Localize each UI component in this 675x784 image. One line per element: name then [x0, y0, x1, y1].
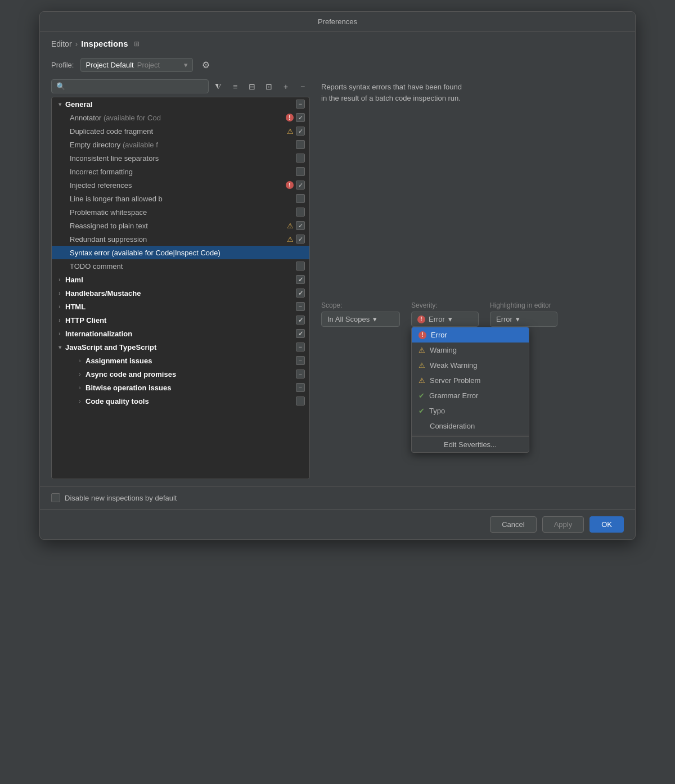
highlighting-group: Highlighting in editor Error ▾ — [490, 301, 557, 327]
profile-row: Profile: Project Default Project ▾ ⚙ — [40, 53, 635, 79]
dropdown-error[interactable]: ! Error — [412, 327, 529, 343]
highlighting-dropdown[interactable]: Error ▾ — [490, 312, 557, 327]
async-checkbox[interactable]: − — [296, 370, 305, 379]
dropdown-grammar-error[interactable]: ✔ Grammar Error — [412, 388, 529, 403]
item-syntax-error[interactable]: Syntax error (available for Code|Inspect… — [52, 246, 309, 259]
apply-button[interactable]: Apply — [542, 516, 584, 533]
collapse-all-button[interactable]: ⊟ — [245, 80, 259, 93]
item-redundant[interactable]: Redundant suppression ⚠ ✓ — [52, 232, 309, 246]
item-incorrect-fmt[interactable]: Incorrect formatting — [52, 165, 309, 178]
frame-button[interactable]: ⊡ — [262, 80, 276, 93]
todo-label: TODO comment — [70, 262, 294, 271]
bitwise-label: Bitwise operation issues — [86, 384, 294, 392]
item-empty-dir[interactable]: Empty directory (available f — [52, 138, 309, 151]
profile-dropdown[interactable]: Project Default Project ▾ — [80, 58, 193, 72]
html-label: HTML — [65, 303, 294, 311]
item-async[interactable]: › Async code and promises − — [52, 367, 309, 381]
profile-gear-button[interactable]: ⚙ — [200, 57, 212, 73]
search-input[interactable] — [68, 82, 204, 91]
empty-dir-checkbox[interactable] — [296, 140, 305, 149]
i18n-expand-icon: › — [56, 331, 63, 337]
severity-popup: ! Error ⚠ Warning ⚠ Weak Warning ⚠ Serve… — [411, 327, 529, 453]
bitwise-checkbox[interactable]: − — [296, 383, 305, 392]
highlighting-value: Error — [496, 315, 512, 323]
item-todo[interactable]: TODO comment — [52, 259, 309, 273]
scope-value: In All Scopes — [327, 315, 370, 323]
group-haml[interactable]: › Haml ✓ — [52, 273, 309, 286]
item-reassigned[interactable]: Reassigned to plain text ⚠ ✓ — [52, 219, 309, 232]
dropdown-divider — [412, 435, 529, 435]
item-injected-refs[interactable]: Injected references ! ✓ — [52, 178, 309, 192]
item-bitwise[interactable]: › Bitwise operation issues − — [52, 381, 309, 394]
duplicated-warning-icon: ⚠ — [287, 127, 294, 136]
add-button[interactable]: + — [278, 80, 293, 93]
item-duplicated[interactable]: Duplicated code fragment ⚠ ✓ — [52, 124, 309, 138]
item-assignment[interactable]: › Assignment issues − — [52, 354, 309, 367]
inspections-tree: ▾ General − Annotator (available for Cod… — [51, 97, 310, 479]
dropdown-warning[interactable]: ⚠ Warning — [412, 343, 529, 358]
typo-icon: ✔ — [418, 407, 425, 415]
breadcrumb: Editor › Inspections ⊞ — [40, 32, 635, 53]
bottom-bar: Disable new inspections by default — [40, 486, 635, 509]
handlebars-checkbox[interactable]: ✓ — [296, 289, 305, 298]
annotator-checkbox[interactable]: ✓ — [296, 113, 305, 122]
highlighting-label: Highlighting in editor — [490, 301, 557, 309]
filter-button[interactable]: ⧨ — [211, 79, 226, 93]
ok-button[interactable]: OK — [590, 516, 624, 533]
breadcrumb-icon[interactable]: ⊞ — [134, 40, 140, 48]
severity-value: Error — [429, 315, 445, 323]
remove-button[interactable]: − — [295, 80, 310, 93]
redundant-checkbox[interactable]: ✓ — [296, 235, 305, 244]
item-annotator[interactable]: Annotator (available for Cod ! ✓ — [52, 111, 309, 124]
scope-chevron-icon: ▾ — [373, 315, 377, 323]
todo-checkbox[interactable] — [296, 262, 305, 271]
expand-all-button[interactable]: ≡ — [228, 80, 242, 93]
dropdown-weak-warning[interactable]: ⚠ Weak Warning — [412, 358, 529, 373]
edit-severities-button[interactable]: Edit Severities... — [412, 436, 529, 452]
http-checkbox[interactable]: ✓ — [296, 316, 305, 325]
incorrect-fmt-checkbox[interactable] — [296, 167, 305, 176]
group-general[interactable]: ▾ General − — [52, 97, 309, 111]
whitespace-checkbox[interactable] — [296, 208, 305, 217]
scope-dropdown[interactable]: In All Scopes ▾ — [321, 312, 400, 327]
haml-checkbox[interactable]: ✓ — [296, 275, 305, 284]
general-checkbox[interactable]: − — [296, 100, 305, 109]
item-line-longer[interactable]: Line is longer than allowed b — [52, 192, 309, 205]
code-quality-checkbox[interactable] — [296, 396, 305, 405]
warning-label: Warning — [430, 346, 457, 354]
weak-warning-label: Weak Warning — [430, 361, 478, 370]
scope-group: Scope: In All Scopes ▾ — [321, 301, 400, 327]
line-longer-checkbox[interactable] — [296, 194, 305, 203]
assignment-checkbox[interactable]: − — [296, 356, 305, 365]
line-sep-checkbox[interactable] — [296, 154, 305, 163]
duplicated-checkbox[interactable]: ✓ — [296, 127, 305, 136]
item-line-sep[interactable]: Inconsistent line separators — [52, 151, 309, 165]
i18n-checkbox[interactable]: ✓ — [296, 329, 305, 338]
js-ts-checkbox[interactable]: − — [296, 343, 305, 352]
html-checkbox[interactable]: − — [296, 302, 305, 311]
dropdown-typo[interactable]: ✔ Typo — [412, 403, 529, 418]
dropdown-consideration[interactable]: Consideration — [412, 418, 529, 434]
item-whitespace[interactable]: Problematic whitespace — [52, 205, 309, 219]
breadcrumb-parent[interactable]: Editor — [51, 39, 72, 48]
item-code-quality[interactable]: › Code quality tools — [52, 394, 309, 408]
group-html[interactable]: › HTML − — [52, 300, 309, 313]
cancel-button[interactable]: Cancel — [490, 516, 536, 533]
group-http[interactable]: › HTTP Client ✓ — [52, 313, 309, 327]
group-js-ts[interactable]: ▾ JavaScript and TypeScript − — [52, 340, 309, 354]
disable-checkbox[interactable] — [51, 493, 60, 502]
group-i18n[interactable]: › Internationalization ✓ — [52, 327, 309, 340]
profile-chevron-icon: ▾ — [184, 61, 188, 69]
scope-label: Scope: — [321, 301, 400, 309]
breadcrumb-current: Inspections — [81, 39, 128, 48]
dropdown-server-problem[interactable]: ⚠ Server Problem — [412, 373, 529, 388]
group-handlebars[interactable]: › Handlebars/Mustache ✓ — [52, 286, 309, 300]
reassigned-checkbox[interactable]: ✓ — [296, 221, 305, 230]
severity-dropdown[interactable]: ! Error ▾ — [411, 312, 479, 327]
search-box[interactable]: 🔍 — [51, 79, 209, 93]
html-expand-icon: › — [56, 304, 63, 310]
description-text: Reports syntax errors that have been fou… — [321, 79, 624, 103]
async-label: Async code and promises — [86, 370, 294, 379]
injected-checkbox[interactable]: ✓ — [296, 181, 305, 190]
warning-icon: ⚠ — [418, 346, 425, 354]
